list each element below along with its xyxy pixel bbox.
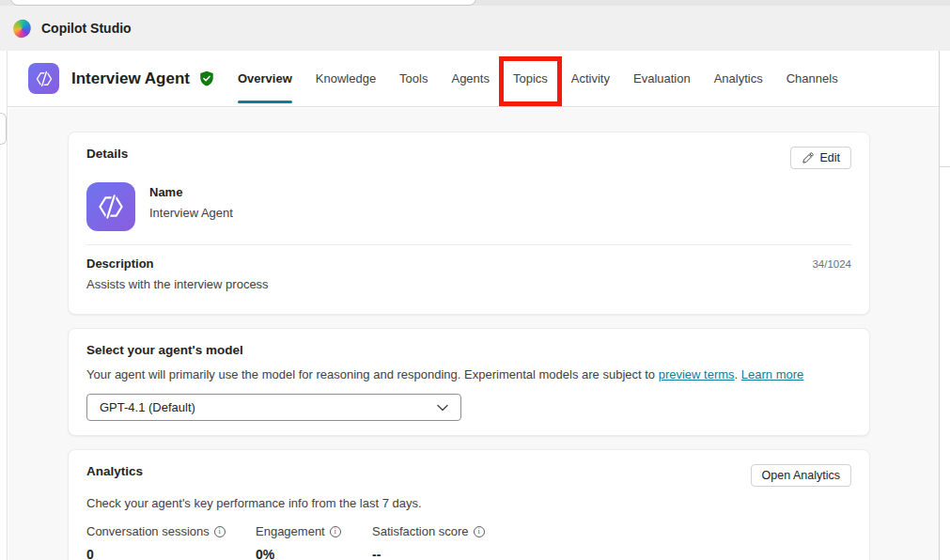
tab-knowledge[interactable]: Knowledge bbox=[316, 51, 376, 106]
metric-value: 0% bbox=[256, 547, 372, 560]
app-header: Copilot Studio bbox=[0, 6, 950, 51]
link-separator: . bbox=[735, 367, 741, 381]
agent-name-title: Interview Agent bbox=[71, 70, 190, 88]
metric-value: -- bbox=[372, 547, 485, 560]
tab-activity[interactable]: Activity bbox=[571, 51, 610, 106]
metric-conversation-sessions: Conversation sessions 0 bbox=[86, 524, 256, 560]
agent-avatar-icon bbox=[28, 63, 59, 94]
description-field-label: Description bbox=[86, 257, 269, 271]
agent-header: Interview Agent Overview Knowledge Tools… bbox=[8, 51, 939, 107]
learn-more-link[interactable]: Learn more bbox=[741, 367, 803, 381]
tab-evaluation[interactable]: Evaluation bbox=[633, 51, 691, 106]
right-pane-divider bbox=[940, 166, 950, 167]
open-analytics-button-label: Open Analytics bbox=[762, 469, 840, 482]
tab-topics[interactable]: Topics bbox=[513, 51, 548, 106]
model-select-dropdown[interactable]: GPT-4.1 (Default) bbox=[86, 394, 461, 421]
agent-avatar-large-icon bbox=[86, 182, 135, 231]
overview-content: Details Edit Name Interview Agent bbox=[8, 108, 939, 560]
tab-analytics[interactable]: Analytics bbox=[714, 51, 763, 106]
name-field-value: Interview Agent bbox=[149, 206, 233, 220]
edit-button[interactable]: Edit bbox=[790, 147, 851, 169]
info-icon[interactable] bbox=[330, 526, 341, 537]
details-card-title: Details bbox=[86, 147, 128, 161]
name-field-label: Name bbox=[149, 185, 233, 199]
model-description-text: Your agent will primarily use the model … bbox=[86, 367, 659, 381]
metric-label: Satisfaction score bbox=[372, 524, 469, 538]
metric-engagement: Engagement 0% bbox=[256, 524, 372, 560]
verified-shield-icon bbox=[198, 70, 215, 87]
model-card-title: Select your agent's model bbox=[86, 343, 851, 357]
analytics-description: Check your agent's key performance info … bbox=[86, 496, 851, 510]
details-card: Details Edit Name Interview Agent bbox=[68, 132, 870, 315]
model-card: Select your agent's model Your agent wil… bbox=[68, 328, 870, 436]
agent-tab-bar: Overview Knowledge Tools Agents Topics A… bbox=[238, 51, 838, 106]
tab-channels[interactable]: Channels bbox=[786, 51, 838, 106]
description-field-value: Assists with the interview process bbox=[86, 277, 269, 291]
tab-overview[interactable]: Overview bbox=[238, 51, 292, 106]
right-pane-edge bbox=[939, 51, 950, 560]
copilot-studio-logo-icon bbox=[11, 17, 33, 39]
tab-tools[interactable]: Tools bbox=[399, 51, 428, 106]
app-title: Copilot Studio bbox=[41, 21, 132, 36]
metric-value: 0 bbox=[86, 547, 256, 560]
code-hexagon-icon bbox=[34, 69, 55, 89]
copilot-studio-page: { "colors": { "accent_teal": "#0f7b9d", … bbox=[0, 0, 950, 560]
analytics-card-title: Analytics bbox=[86, 464, 143, 478]
code-hexagon-icon bbox=[95, 191, 127, 223]
edit-button-label: Edit bbox=[819, 151, 840, 164]
open-analytics-button[interactable]: Open Analytics bbox=[751, 464, 851, 487]
left-edge-notch bbox=[0, 113, 7, 145]
details-divider bbox=[86, 244, 851, 245]
description-char-counter: 34/1024 bbox=[812, 257, 851, 270]
metric-satisfaction-score: Satisfaction score -- bbox=[372, 524, 485, 560]
info-icon[interactable] bbox=[474, 526, 485, 537]
pencil-icon bbox=[802, 152, 814, 164]
preview-terms-link[interactable]: preview terms bbox=[659, 367, 735, 381]
model-select-value: GPT-4.1 (Default) bbox=[100, 400, 195, 414]
metric-label: Engagement bbox=[256, 524, 325, 538]
tab-agents[interactable]: Agents bbox=[451, 51, 489, 106]
model-description: Your agent will primarily use the model … bbox=[86, 367, 851, 381]
chevron-down-icon bbox=[437, 404, 448, 412]
info-icon[interactable] bbox=[214, 526, 226, 537]
analytics-card: Analytics Open Analytics Check your agen… bbox=[68, 449, 870, 560]
metric-label: Conversation sessions bbox=[86, 524, 210, 538]
analytics-metrics-row: Conversation sessions 0 Engagement 0% Sa… bbox=[86, 524, 851, 560]
